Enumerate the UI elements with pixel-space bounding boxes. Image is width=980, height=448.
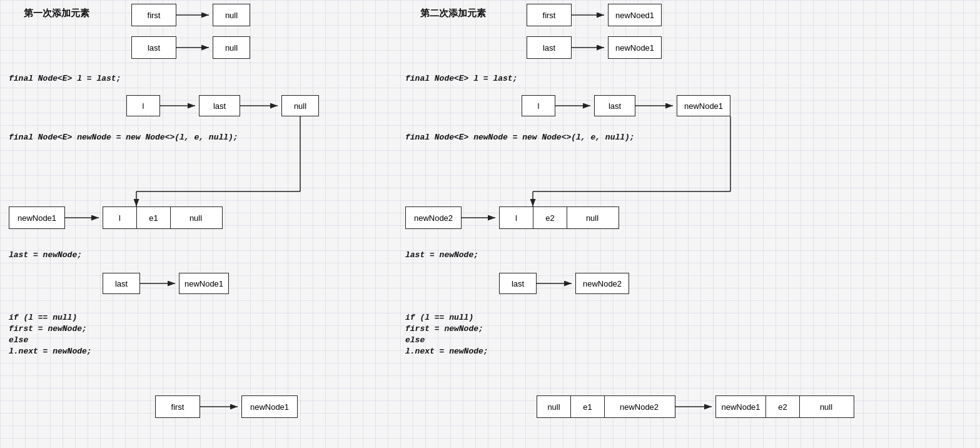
right-title: 第二次添加元素 (420, 8, 486, 19)
right-code1: final Node<E> l = last; (405, 74, 517, 83)
right-e2b-cell: e2 (766, 396, 800, 417)
left-code4-3: else (9, 335, 28, 345)
left-null1-box: null (213, 4, 250, 26)
left-code4-4: l.next = newNode; (9, 347, 92, 356)
right-code3: last = newNode; (405, 250, 478, 260)
right-newnode2b-box: newNode2 (575, 273, 629, 294)
right-newnode1b-box: newNode1 (677, 95, 730, 116)
right-code2: final Node<E> newNode = new Node<>(l, e,… (405, 133, 635, 142)
right-e2-cell: e2 (533, 207, 567, 228)
left-code1: final Node<E> l = last; (9, 74, 121, 83)
left-title: 第一次添加元素 (24, 8, 89, 19)
left-last-box: last (131, 36, 176, 59)
right-newnode2-box: newNode2 (405, 206, 462, 229)
right-last3-box: last (499, 273, 537, 294)
right-null3-cell: null (800, 396, 852, 417)
left-code2: final Node<E> newNode = new Node<>(l, e,… (9, 133, 238, 142)
right-node-left-multi: null e1 newNode2 (537, 395, 675, 418)
right-newnoed1-box: newNoed1 (608, 4, 662, 26)
left-last3-box: last (103, 273, 140, 294)
right-code4-4: l.next = newNode; (405, 347, 488, 356)
right-node-multi: l e2 null (499, 206, 619, 229)
left-first2-box: first (155, 395, 200, 418)
right-newnode2-cell: newNode2 (605, 396, 674, 417)
right-node-right-multi: newNode1 e2 null (715, 395, 854, 418)
right-newnode1-box: newNode1 (608, 36, 662, 59)
left-first-box: first (131, 4, 176, 26)
left-newnode1-box: newNode1 (9, 206, 65, 229)
right-last-box: last (527, 36, 572, 59)
right-code4-3: else (405, 335, 425, 345)
left-newnode1c-box: newNode1 (241, 395, 298, 418)
left-code4-2: first = newNode; (9, 324, 87, 333)
right-code4-1: if (l == null) (405, 313, 473, 322)
left-newnode1b-box: newNode1 (179, 273, 229, 294)
right-last2-box: last (594, 95, 635, 116)
right-first-box: first (527, 4, 572, 26)
left-l-box: l (126, 95, 160, 116)
left-null2-box: null (213, 36, 250, 59)
left-null3-box: null (281, 95, 319, 116)
right-l-box: l (522, 95, 555, 116)
right-null-cell: null (567, 207, 617, 228)
right-newnode1c-cell: newNode1 (716, 396, 766, 417)
right-null2-cell: null (537, 396, 571, 417)
right-code4-2: first = newNode; (405, 324, 483, 333)
left-code3: last = newNode; (9, 250, 82, 260)
right-l-cell: l (500, 207, 533, 228)
left-null4-cell: null (171, 207, 221, 228)
left-code4-1: if (l == null) (9, 313, 77, 322)
right-e1-cell: e1 (571, 396, 605, 417)
left-e1-cell: e1 (137, 207, 171, 228)
left-l-cell: l (103, 207, 137, 228)
left-last2-box: last (199, 95, 240, 116)
left-node-multi: l e1 null (103, 206, 223, 229)
